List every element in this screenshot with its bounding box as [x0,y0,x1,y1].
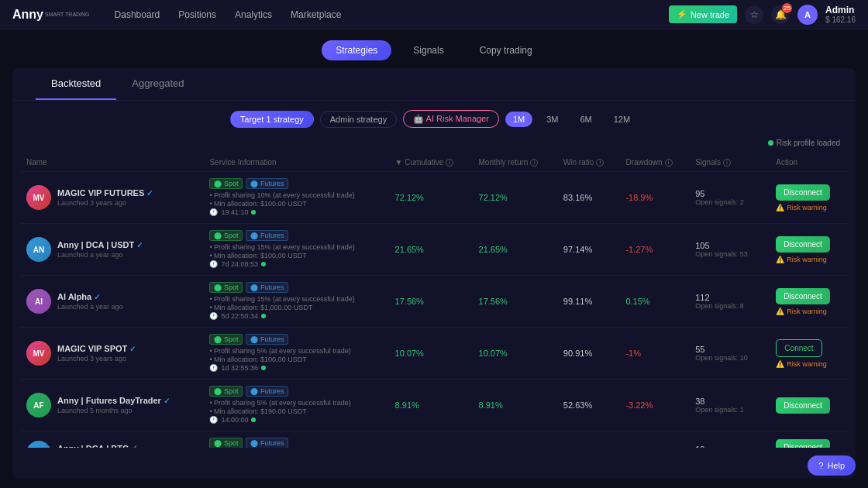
clock-icon: 🕐 [209,260,218,268]
tag-futures: ⬤ Futures [246,282,288,293]
help-label: Help [827,461,845,470]
header: Anny SMART TRADING Dashboard Positions A… [0,0,868,29]
time-6m[interactable]: 6M [572,112,599,127]
status-dot [251,210,256,215]
strategy-avatar: AF [26,393,51,418]
status-dot [261,262,266,266]
risk-warning: ⚠️ Risk warning [776,204,842,211]
filter-ai-risk[interactable]: 🤖 AI Risk Manager [403,110,499,128]
star-icon[interactable]: ☆ [745,5,763,24]
time-1m[interactable]: 1M [505,112,532,127]
monthly-return-cell: 10.07% [473,328,557,380]
monthly-return-cell: 8.91% [473,380,557,431]
disconnect-button[interactable]: Disconnect [776,397,829,414]
name-cell: AF Anny | Futures DayTrader ✓ Launched 5… [20,380,203,431]
notifications-icon[interactable]: 🔔 25 [771,5,790,24]
disconnect-button[interactable]: Disconnect [776,236,829,253]
name-cell: AI AI Alpha ✓ Launched a year ago [20,276,203,328]
help-icon: ? [818,461,823,470]
drawdown-cell: -18.9% [619,172,689,224]
verified-icon: ✓ [131,444,137,448]
strategy-launched: Launched 3 years ago [57,355,136,363]
service-cell: ⬤ Spot ⬤ Futures • Profit sharing 15% (a… [203,276,388,328]
notifications-badge: 25 [782,3,792,13]
risk-warning: ⚠️ Risk warning [776,308,842,315]
name-cell: MV MAGIC VIP FUTURES ✓ Launched 3 years … [20,172,203,224]
win-ratio-info-icon[interactable]: i [596,159,604,167]
disconnect-button[interactable]: Disconnect [776,439,829,448]
strategy-name: MAGIC VIP FUTURES ✓ [57,188,153,198]
warning-icon: ⚠️ [776,308,784,315]
strategy-launched: Launched a year ago [57,251,143,259]
risk-status: Risk profile loaded [768,139,840,147]
signals-cell: 112 Open signals: 8 [689,276,770,328]
filter-admin-strategy[interactable]: Admin strategy [320,111,397,128]
sub-tab-aggregated[interactable]: Aggregated [116,68,199,100]
verified-icon: ✓ [129,345,136,353]
filter-target-strategy[interactable]: Target 1 strategy [230,111,314,128]
logo: Anny SMART TRADING [12,8,90,22]
help-button[interactable]: ? Help [808,455,856,476]
tag-spot: ⬤ Spot [209,438,243,448]
tab-strategies[interactable]: Strategies [322,40,391,60]
nav-positions[interactable]: Positions [178,6,216,23]
profit-sharing: • Profit sharing 15% (at every successfu… [209,243,382,251]
service-time: 🕐 19:41:10 [209,208,382,216]
signals-cell: 19 Open signals: 114 [689,431,770,448]
tag-futures: ⬤ Futures [246,334,288,345]
cumulative-cell: 10.07% [389,328,473,380]
monthly-info-icon[interactable]: i [530,159,538,167]
min-allocation: • Min allocation: $100.00 USDT [209,356,382,363]
monthly-return-cell: 72.12% [473,172,557,224]
disconnect-button[interactable]: Disconnect [776,288,829,304]
verified-icon: ✓ [164,397,170,405]
strategy-avatar: AN [26,237,51,262]
drawdown-info-icon[interactable]: i [665,159,673,167]
cumulative-cell: 17.56% [389,276,473,328]
time-3m[interactable]: 3M [539,112,566,127]
warning-icon: ⚠️ [776,360,784,368]
table-row: AI AI Alpha ✓ Launched a year ago ⬤ Spot… [20,276,848,328]
strategy-avatar: MV [26,185,51,210]
new-trade-button[interactable]: ⚡ New trade [669,5,737,23]
tab-signals[interactable]: Signals [399,40,457,60]
connect-button[interactable]: Connect [776,339,822,357]
verified-icon: ✓ [136,241,143,249]
tag-spot: ⬤ Spot [209,334,243,345]
service-time: 🕐 5d 22:50:34 [209,312,382,320]
col-action: Action [770,153,848,172]
tab-copy-trading[interactable]: Copy trading [466,40,546,60]
win-ratio-cell: 99.11% [557,276,620,328]
action-cell: Connect ⚠️ Risk warning [770,328,848,380]
disconnect-button[interactable]: Disconnect [776,184,829,201]
service-cell: ⬤ Spot ⬤ Futures • Profit sharing 10% (a… [203,172,388,224]
user-balance: $ 162.16 [825,15,856,24]
drawdown-cell: -3.22% [619,380,689,431]
strategy-avatar: MV [26,341,51,366]
cumulative-info-icon[interactable]: i [446,159,453,167]
col-win-ratio: Win ratio i [557,153,620,172]
signals-cell: 105 Open signals: 53 [689,224,770,276]
sub-tab-backtested[interactable]: Backtested [36,68,116,100]
time-12m[interactable]: 12M [606,112,638,127]
signals-info-icon[interactable]: i [723,159,731,167]
sub-tabs: Backtested Aggregated [12,68,856,101]
nav-dashboard[interactable]: Dashboard [115,6,160,23]
nav-marketplace[interactable]: Marketplace [291,6,341,23]
risk-warning: ⚠️ Risk warning [776,256,842,263]
drawdown-cell: 0.09% [619,431,689,448]
win-ratio-cell: 83.16% [557,172,620,224]
status-dot [261,366,266,370]
risk-warning: ⚠️ Risk warning [776,360,842,368]
risk-dot [768,140,773,146]
header-right: ⚡ New trade ☆ 🔔 25 A Admin $ 162.16 [669,5,856,25]
cumulative-cell: 5.88% [389,431,473,448]
action-cell: Disconnect ⚠️ Risk warning [770,224,848,276]
table-row: MV MAGIC VIP SPOT ✓ Launched 3 years ago… [20,328,848,380]
col-monthly: Monthly return i [473,153,557,172]
drawdown-cell: 0.15% [619,276,689,328]
min-allocation: • Min allocation: $190.00 USDT [209,407,382,415]
nav-analytics[interactable]: Analytics [235,6,272,23]
action-cell: Disconnect ⚠️ Risk warning [770,276,848,328]
logo-text: Anny [12,8,43,22]
